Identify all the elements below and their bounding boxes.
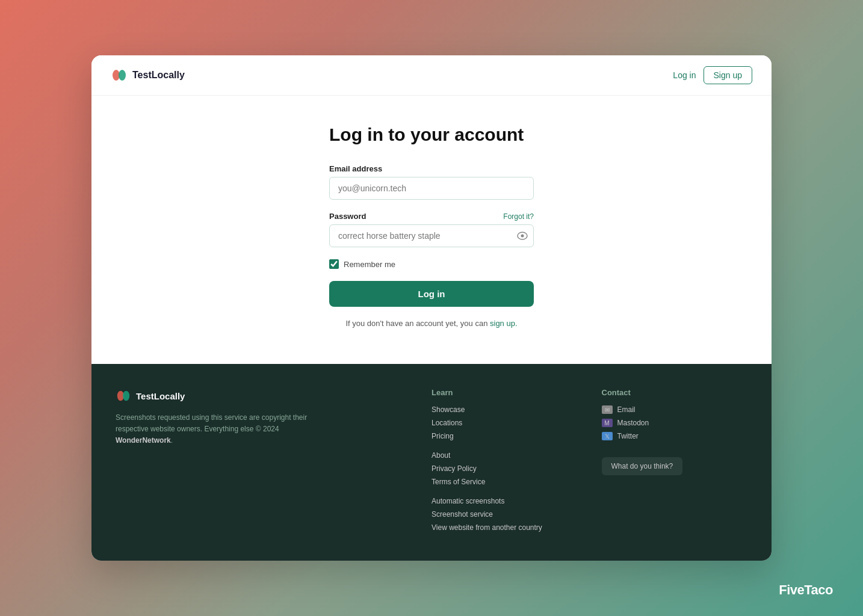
footer-logo-text: TestLocally (136, 391, 185, 401)
footer-learn-title: Learn (432, 388, 578, 397)
footer-logo-icon (116, 388, 131, 404)
feedback-button[interactable]: What do you think? (602, 457, 683, 475)
email-input[interactable] (329, 177, 534, 200)
remember-row: Remember me (329, 259, 534, 269)
footer-logo-area: TestLocally (116, 388, 407, 404)
navbar: TestLocally Log in Sign up (91, 55, 772, 96)
fivetaco-brand: FiveTaco (779, 582, 833, 598)
footer-tos-link[interactable]: Terms of Service (432, 478, 578, 486)
password-group: Password Forgot it? (329, 212, 534, 247)
mastodon-icon: M (602, 419, 613, 427)
svg-point-1 (119, 70, 126, 81)
nav-login-link[interactable]: Log in (673, 70, 696, 80)
password-wrapper (329, 224, 534, 247)
email-group: Email address (329, 164, 534, 200)
signup-link[interactable]: sign up. (490, 319, 518, 328)
login-form-container: Log in to your account Email address Pas… (329, 125, 534, 328)
login-button[interactable]: Log in (329, 281, 534, 307)
footer-brand-name: WonderNetwork (116, 436, 171, 445)
svg-point-5 (123, 391, 129, 401)
password-label: Password (329, 212, 366, 221)
email-icon: ✉ (602, 405, 613, 414)
footer-email-link[interactable]: ✉ Email (602, 405, 748, 414)
logo-area: TestLocally (111, 67, 185, 84)
footer-pricing-link[interactable]: Pricing (432, 432, 578, 440)
footer-brand: TestLocally Screenshots requested using … (116, 388, 407, 537)
nav-signup-button[interactable]: Sign up (704, 66, 752, 84)
main-card: TestLocally Log in Sign up Log in to you… (91, 55, 772, 561)
footer-contact-title: Contact (602, 388, 748, 397)
main-content: Log in to your account Email address Pas… (91, 96, 772, 364)
remember-checkbox[interactable] (329, 259, 339, 269)
footer-learn-col: Learn Showcase Locations Pricing About P… (432, 388, 578, 537)
logo-icon (111, 67, 128, 84)
footer-screenshot-service-link[interactable]: Screenshot service (432, 510, 578, 519)
password-input[interactable] (329, 224, 534, 247)
show-password-button[interactable] (517, 232, 528, 240)
footer-auto-screenshots-link[interactable]: Automatic screenshots (432, 497, 578, 505)
footer-about-link[interactable]: About (432, 451, 578, 460)
signup-prompt: If you don't have an account yet, you ca… (329, 319, 534, 328)
footer-description: Screenshots requested using this service… (116, 412, 308, 447)
footer-mastodon-link[interactable]: M Mastodon (602, 419, 748, 427)
footer-view-country-link[interactable]: View website from another country (432, 523, 578, 532)
footer-privacy-link[interactable]: Privacy Policy (432, 464, 578, 473)
email-label: Email address (329, 164, 534, 173)
forgot-password-link[interactable]: Forgot it? (503, 212, 534, 221)
footer-locations-link[interactable]: Locations (432, 419, 578, 427)
nav-actions: Log in Sign up (673, 66, 752, 84)
eye-icon (517, 232, 528, 240)
remember-label: Remember me (344, 260, 395, 269)
footer: TestLocally Screenshots requested using … (91, 364, 772, 561)
logo-text: TestLocally (132, 70, 185, 81)
footer-showcase-link[interactable]: Showcase (432, 405, 578, 414)
footer-contact-col: Contact ✉ Email M Mastodon 𝕏 Twitter Wha… (602, 388, 748, 537)
footer-twitter-link[interactable]: 𝕏 Twitter (602, 432, 748, 440)
page-title: Log in to your account (329, 125, 534, 145)
password-label-row: Password Forgot it? (329, 212, 534, 221)
svg-point-3 (521, 235, 524, 238)
twitter-icon: 𝕏 (602, 432, 613, 440)
